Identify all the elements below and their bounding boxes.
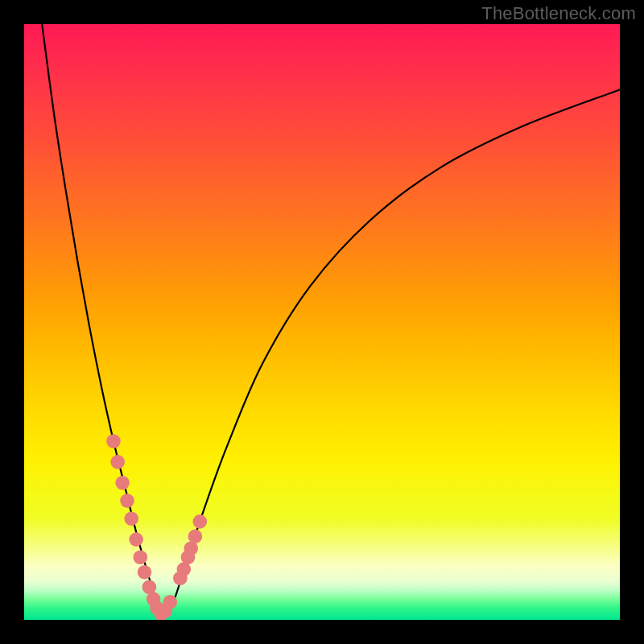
highlight-marker: [110, 455, 125, 469]
chart-frame: TheBottleneck.com: [0, 0, 644, 644]
highlight-marker: [193, 514, 208, 529]
highlight-marker: [134, 551, 148, 565]
watermark-text: TheBottleneck.com: [481, 3, 636, 24]
highlight-marker: [106, 434, 121, 448]
highlight-marker: [138, 565, 152, 580]
highlight-marker: [115, 476, 130, 490]
bottleneck-curve: [42, 24, 620, 615]
highlight-marker: [124, 511, 138, 526]
highlight-marker: [188, 530, 203, 544]
highlight-marker: [120, 493, 134, 508]
highlight-marker: [163, 595, 178, 609]
highlight-marker: [129, 532, 143, 547]
curve-layer: [24, 24, 620, 620]
plot-area: [24, 24, 620, 620]
highlight-markers-group: [106, 434, 207, 620]
